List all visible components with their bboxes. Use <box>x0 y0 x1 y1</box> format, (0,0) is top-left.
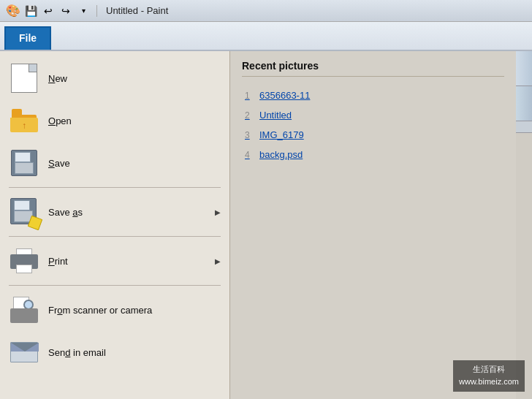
print-arrow: ▶ <box>215 257 221 265</box>
save-as-label: Save as <box>48 207 215 218</box>
menu-item-open[interactable]: ↑ Open <box>0 99 229 142</box>
separator-2 <box>9 236 221 237</box>
save-quick-icon[interactable]: 💾 <box>23 4 38 18</box>
save-label: Save <box>48 158 221 169</box>
save-as-icon <box>9 197 39 227</box>
right-tab-2 <box>516 86 532 121</box>
open-label: Open <box>48 115 221 126</box>
scanner-label: From scanner or camera <box>48 305 221 316</box>
recent-num-1: 1 <box>245 91 254 101</box>
new-label: New <box>48 73 221 84</box>
main-area: New ↑ Open Save <box>0 51 532 399</box>
new-icon <box>9 63 39 94</box>
file-tab[interactable]: File <box>4 26 51 50</box>
title-bar: 🎨 💾 ↩ ↪ ▾ Untitled - Paint <box>0 0 532 22</box>
undo-icon[interactable]: ↩ <box>41 4 56 18</box>
email-icon <box>9 337 39 368</box>
menu-item-save[interactable]: Save <box>0 142 229 184</box>
print-label: Print <box>48 256 215 267</box>
recent-num-4: 4 <box>245 150 254 160</box>
menu-item-scanner[interactable]: From scanner or camera <box>0 289 229 331</box>
save-as-arrow: ▶ <box>215 208 221 216</box>
menu-item-new[interactable]: New <box>0 57 229 99</box>
open-icon: ↑ <box>9 105 39 136</box>
recent-num-3: 3 <box>245 130 254 140</box>
recent-name-2: Untitled <box>259 110 292 121</box>
scanner-icon <box>9 294 39 325</box>
recent-list: 1 6356663-11 2 Untitled 3 IMG_6179 4 bac… <box>242 86 504 164</box>
redo-icon[interactable]: ↪ <box>58 4 73 18</box>
email-label: Send in email <box>48 347 221 358</box>
toolbar-divider <box>96 5 97 17</box>
ribbon-bar: File <box>0 22 532 51</box>
recent-name-3: IMG_6179 <box>259 129 304 140</box>
recent-item[interactable]: 4 backg.psd <box>242 145 504 164</box>
right-tab-3 <box>516 121 532 133</box>
save-icon <box>9 148 39 178</box>
right-edge-tabs <box>516 51 532 399</box>
separator-1 <box>9 187 221 188</box>
window-title: Untitled - Paint <box>106 5 168 16</box>
right-tab-1 <box>516 51 532 86</box>
print-icon <box>9 246 39 276</box>
menu-item-save-as[interactable]: Save as ▶ <box>0 191 229 233</box>
recent-panel: Recent pictures 1 6356663-11 2 Untitled … <box>230 51 516 399</box>
recent-item[interactable]: 2 Untitled <box>242 105 504 125</box>
recent-pictures-title: Recent pictures <box>242 60 504 77</box>
customize-icon[interactable]: ▾ <box>76 4 91 18</box>
separator-3 <box>9 285 221 286</box>
recent-num-2: 2 <box>245 110 254 121</box>
menu-item-email[interactable]: Send in email <box>0 331 229 373</box>
recent-item[interactable]: 1 6356663-11 <box>242 86 504 105</box>
recent-item[interactable]: 3 IMG_6179 <box>242 125 504 145</box>
menu-item-print[interactable]: Print ▶ <box>0 240 229 282</box>
recent-name-4: backg.psd <box>259 149 303 160</box>
toolbar-icons: 🎨 💾 ↩ ↪ ▾ <box>6 4 100 18</box>
file-menu-panel: New ↑ Open Save <box>0 51 230 399</box>
paint-logo-icon: 🎨 <box>6 4 20 18</box>
recent-name-1: 6356663-11 <box>259 90 310 101</box>
